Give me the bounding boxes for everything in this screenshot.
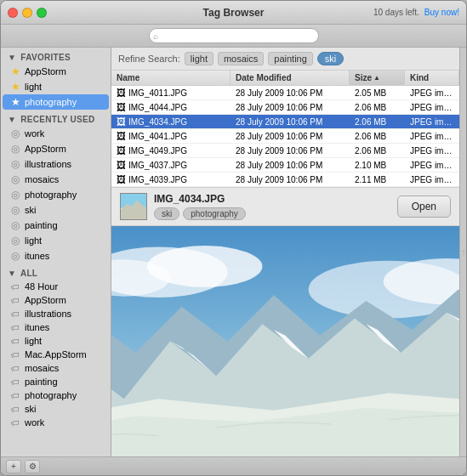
close-button[interactable]: [8, 8, 18, 18]
refine-tag-light[interactable]: light: [185, 52, 214, 65]
sidebar-item-illustrations-recent[interactable]: ◎ illustrations: [3, 156, 109, 172]
file-list-header: Name Date Modified Size ▲ Kind: [111, 71, 459, 86]
sidebar-item-label: light: [25, 235, 42, 246]
file-date-cell: 28 July 2009 10:06 PM: [231, 144, 350, 157]
circle-icon: ◎: [9, 235, 21, 246]
gear-button[interactable]: ⚙: [25, 460, 40, 473]
table-row[interactable]: 🖼 IMG_4037.JPG 28 July 2009 10:06 PM 2.1…: [111, 158, 459, 173]
file-size-cell: 2.05 MB: [350, 87, 405, 99]
file-icon: 🖼: [117, 102, 126, 112]
titlebar-right: 10 days left. Buy now!: [373, 8, 459, 17]
table-row[interactable]: 🖼 IMG_4049.JPG 28 July 2009 10:06 PM 2.0…: [111, 144, 459, 158]
sidebar-item-appstorm-fav[interactable]: ★ AppStorm: [3, 64, 109, 79]
search-input[interactable]: [149, 28, 319, 43]
sidebar-item-work[interactable]: ◎ work: [3, 126, 109, 141]
table-row[interactable]: 🖼 IMG_4039.JPG 28 July 2009 10:06 PM 2.1…: [111, 173, 459, 187]
tag-icon: 🏷: [9, 337, 21, 346]
table-row[interactable]: 🖼 IMG_4044.JPG 28 July 2009 10:06 PM 2.0…: [111, 100, 459, 115]
minimize-button[interactable]: [22, 8, 32, 18]
file-date-cell: 28 July 2009 10:06 PM: [231, 87, 350, 99]
column-header-size[interactable]: Size ▲: [350, 71, 405, 85]
sidebar-item-painting-all[interactable]: 🏷 painting: [3, 375, 109, 388]
sidebar-item-label: itunes: [25, 251, 49, 261]
preview-image: [111, 226, 459, 456]
preview-filename: IMG_4034.JPG: [154, 193, 390, 205]
sidebar-item-work-all[interactable]: 🏷 work: [3, 416, 109, 429]
refine-tag-ski[interactable]: ski: [317, 52, 344, 65]
sidebar-item-label: illustrations: [25, 309, 71, 319]
table-row[interactable]: 🖼 IMG_4041.JPG 28 July 2009 10:06 PM 2.0…: [111, 129, 459, 144]
circle-icon: ◎: [9, 128, 21, 139]
file-kind-cell: JPEG image: [405, 144, 459, 157]
file-kind-cell: JPEG image: [405, 173, 459, 186]
circle-icon: ◎: [9, 219, 21, 231]
file-size-cell: 2.11 MB: [350, 173, 405, 186]
add-button[interactable]: +: [6, 460, 21, 473]
table-row[interactable]: 🖼 IMG_4034.JPG 28 July 2009 10:06 PM 2.0…: [111, 115, 459, 129]
file-name-cell: 🖼 IMG_4039.JPG: [111, 173, 231, 186]
sidebar-item-itunes-all[interactable]: 🏷 itunes: [3, 320, 109, 334]
sidebar-item-light-fav[interactable]: ★ light: [3, 79, 109, 94]
file-icon: 🖼: [117, 116, 126, 127]
sidebar-item-illustrations-all[interactable]: 🏷 illustrations: [3, 307, 109, 320]
file-size-cell: 2.06 MB: [350, 116, 405, 128]
sidebar-item-label: AppStorm: [25, 144, 66, 154]
recently-used-triangle: ▼: [8, 115, 16, 124]
days-left-text: 10 days left.: [373, 8, 419, 17]
sidebar-item-light-all[interactable]: 🏷 light: [3, 334, 109, 348]
file-date-cell: 28 July 2009 10:06 PM: [231, 116, 350, 128]
sidebar-item-photography-recent[interactable]: ◎ photography: [3, 187, 109, 202]
sidebar-item-48hour[interactable]: 🏷 48 Hour: [3, 280, 109, 293]
sidebar-item-painting-recent[interactable]: ◎ painting: [3, 218, 109, 233]
sidebar-item-ski-recent[interactable]: ◎ ski: [3, 202, 109, 218]
sidebar-item-itunes-recent[interactable]: ◎ itunes: [3, 248, 109, 264]
sidebar-item-photography-fav[interactable]: ★ photography: [3, 94, 109, 110]
file-list: Name Date Modified Size ▲ Kind: [111, 71, 459, 188]
sidebar-item-photography-all[interactable]: 🏷 photography: [3, 388, 109, 402]
maximize-button[interactable]: [37, 8, 47, 18]
sidebar-item-label: mosaics: [25, 174, 59, 184]
traffic-lights: [8, 8, 47, 18]
sidebar-item-label: photography: [25, 97, 77, 107]
all-triangle: ▼: [8, 269, 16, 278]
column-header-kind[interactable]: Kind: [405, 71, 459, 85]
refine-search-bar: Refine Search: light mosaics painting sk…: [111, 48, 459, 71]
sidebar-item-mosaics-recent[interactable]: ◎ mosaics: [3, 172, 109, 187]
refine-tag-painting[interactable]: painting: [268, 52, 313, 65]
preview-area: IMG_4034.JPG ski photography Open: [111, 188, 459, 456]
tag-icon: 🏷: [9, 405, 21, 414]
file-date-cell: 28 July 2009 10:06 PM: [231, 173, 350, 186]
sidebar-item-appstorm-all[interactable]: 🏷 AppStorm: [3, 293, 109, 307]
column-header-name[interactable]: Name: [111, 71, 231, 85]
sidebar-item-label: itunes: [25, 322, 49, 332]
refine-tag-mosaics[interactable]: mosaics: [218, 52, 264, 65]
sidebar-item-label: ski: [25, 404, 36, 414]
sidebar-item-macappstorm-all[interactable]: 🏷 Mac.AppStorm: [3, 348, 109, 361]
sidebar-item-label: photography: [25, 390, 77, 400]
app-window: Tag Browser 10 days left. Buy now! ⌕ ▼ F…: [0, 0, 467, 476]
circle-icon: ◎: [9, 250, 21, 262]
column-header-date[interactable]: Date Modified: [231, 71, 350, 85]
tag-icon: 🏷: [9, 418, 21, 428]
sidebar-item-light-recent[interactable]: ◎ light: [3, 233, 109, 248]
sidebar-item-mosaics-all[interactable]: 🏷 mosaics: [3, 361, 109, 375]
titlebar: Tag Browser 10 days left. Buy now!: [1, 1, 466, 25]
tag-icon: 🏷: [9, 364, 21, 373]
sidebar-item-ski-all[interactable]: 🏷 ski: [3, 402, 109, 416]
file-icon: 🖼: [117, 131, 126, 141]
preview-tag-ski[interactable]: ski: [154, 207, 179, 220]
resize-handle[interactable]: ⋮: [459, 48, 466, 456]
buy-now-link[interactable]: Buy now!: [424, 8, 459, 17]
sidebar-item-label: photography: [25, 190, 77, 200]
file-kind-cell: JPEG image: [405, 116, 459, 128]
all-header: ▼ ALL: [1, 264, 111, 280]
preview-tag-photography[interactable]: photography: [183, 207, 246, 220]
table-row[interactable]: 🖼 IMG_4011.JPG 28 July 2009 10:06 PM 2.0…: [111, 86, 459, 100]
open-button[interactable]: Open: [397, 196, 451, 218]
tag-icon: 🏷: [9, 377, 21, 387]
file-name-cell: 🖼 IMG_4037.JPG: [111, 158, 231, 172]
circle-icon: ◎: [9, 143, 21, 155]
tag-icon: 🏷: [9, 350, 21, 360]
file-icon: 🖼: [117, 145, 126, 156]
sidebar-item-appstorm-recent[interactable]: ◎ AppStorm: [3, 141, 109, 156]
